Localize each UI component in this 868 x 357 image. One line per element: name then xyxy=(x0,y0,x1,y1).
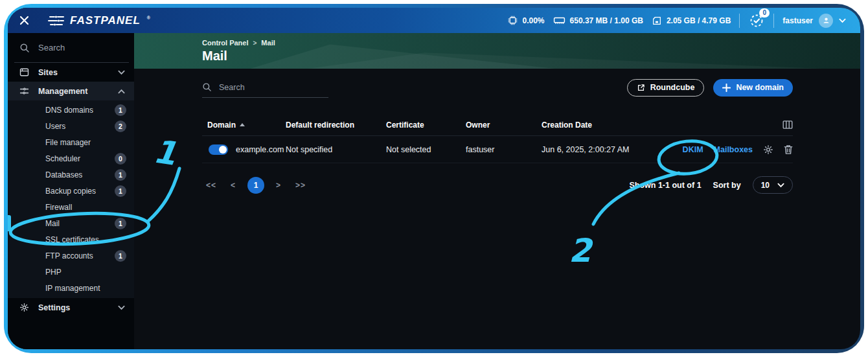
pagination-prev-button[interactable]: < xyxy=(224,181,242,190)
sidebar-item-databases[interactable]: Databases 1 xyxy=(8,167,134,183)
sidebar-item-label: DNS domains xyxy=(45,106,93,115)
domain-cell[interactable]: example.com xyxy=(236,145,284,154)
count-badge: 1 xyxy=(115,250,126,262)
sidebar-item-label: Management xyxy=(38,87,87,96)
sidebar-item-ip-management[interactable]: IP management xyxy=(8,280,134,296)
gear-icon xyxy=(19,303,29,312)
table-search[interactable] xyxy=(202,77,328,98)
sidebar-item-backup-copies[interactable]: Backup copies 1 xyxy=(8,183,134,199)
sidebar-item-management[interactable]: Management xyxy=(8,82,134,100)
page-header: Control Panel > Mail Mail xyxy=(134,33,860,69)
sidebar-item-ftp-accounts[interactable]: FTP accounts 1 xyxy=(8,248,134,264)
count-badge: 0 xyxy=(115,153,126,165)
table-row: example.com Not specified Not selected f… xyxy=(202,136,793,163)
pagination-current-page[interactable]: 1 xyxy=(247,177,264,194)
sidebar-search-input[interactable] xyxy=(38,43,109,52)
breadcrumb-separator: > xyxy=(253,40,257,47)
sidebar-item-firewall[interactable]: Firewall xyxy=(8,199,134,215)
brand-sliders-icon xyxy=(48,15,65,27)
chevron-down-icon xyxy=(839,18,846,23)
creation-date-cell: Jun 6, 2025, 2:00:27 AM xyxy=(542,145,683,154)
roundcube-button[interactable]: Roundcube xyxy=(627,79,705,97)
user-menu[interactable]: fastuser xyxy=(782,14,846,28)
count-badge: 1 xyxy=(115,218,126,229)
cpu-icon xyxy=(507,15,518,26)
breadcrumb-control-panel[interactable]: Control Panel xyxy=(202,39,249,47)
sidebar-search[interactable] xyxy=(14,33,129,63)
sidebar-item-users[interactable]: Users 2 xyxy=(8,118,134,134)
domain-enabled-toggle[interactable] xyxy=(209,144,228,155)
sidebar-filler xyxy=(8,317,134,349)
dkim-link[interactable]: DKIM xyxy=(683,145,703,154)
screenshot-canvas: FASTPANEL® 0.00% 650.37 MB / 1.00 GB 2.0… xyxy=(0,0,868,357)
disk-icon xyxy=(652,16,662,26)
sidebar-item-label: File manager xyxy=(45,138,91,147)
column-header-domain[interactable]: Domain xyxy=(202,121,286,130)
sidebar-item-mail[interactable]: Mail 1 xyxy=(8,215,134,231)
sidebar-item-settings[interactable]: Settings xyxy=(8,298,134,317)
chevron-up-icon xyxy=(118,89,125,94)
table-columns-icon xyxy=(782,120,793,130)
mailboxes-link[interactable]: Mailboxes xyxy=(714,145,753,154)
count-badge: 1 xyxy=(115,104,126,116)
notifications-button[interactable]: 0 xyxy=(748,12,765,29)
page-size-select[interactable]: 10 xyxy=(753,176,793,194)
breadcrumb: Control Panel > Mail xyxy=(202,39,860,47)
sidebar-item-php[interactable]: PHP xyxy=(8,264,134,280)
sidebar-item-label: Backup copies xyxy=(45,187,96,196)
sidebar-item-ssl-certificates[interactable]: SSL certificates xyxy=(8,231,134,248)
row-delete-button[interactable] xyxy=(784,144,793,155)
sites-icon xyxy=(19,67,29,77)
pagination: << < 1 > >> Shown 1-1 out of 1 Sort by 1… xyxy=(202,176,793,194)
user-icon xyxy=(822,16,830,25)
sidebar-item-sites[interactable]: Sites xyxy=(8,63,134,82)
pagination-last-button[interactable]: >> xyxy=(291,181,310,190)
topbar: FASTPANEL® 0.00% 650.37 MB / 1.00 GB 2.0… xyxy=(8,8,860,33)
page-size-value: 10 xyxy=(761,181,770,190)
pagination-first-button[interactable]: << xyxy=(202,181,220,190)
sidebar-item-scheduler[interactable]: Scheduler 0 xyxy=(8,150,134,167)
sidebar-item-label: Mail xyxy=(45,219,60,228)
search-icon xyxy=(19,43,30,53)
new-domain-button[interactable]: New domain xyxy=(713,79,793,97)
default-redirection-cell: Not specified xyxy=(286,145,386,154)
shown-count: Shown 1-1 out of 1 xyxy=(629,181,701,190)
close-button[interactable] xyxy=(16,12,32,29)
gear-icon xyxy=(763,144,773,155)
management-sliders-icon xyxy=(19,86,29,96)
ram-icon xyxy=(553,16,565,25)
sidebar-item-dns-domains[interactable]: DNS domains 1 xyxy=(8,102,134,118)
column-header-default-redirection[interactable]: Default redirection xyxy=(286,121,386,130)
search-icon xyxy=(202,82,212,92)
memory-stat: 650.37 MB / 1.00 GB xyxy=(553,16,643,25)
disk-usage-value: 2.05 GB / 4.79 GB xyxy=(667,16,731,25)
topbar-divider xyxy=(739,14,740,28)
sort-asc-icon xyxy=(240,123,245,126)
close-icon xyxy=(19,16,29,25)
sidebar-item-label: Users xyxy=(45,122,65,131)
table-search-input[interactable] xyxy=(219,83,316,92)
sidebar-item-label: Settings xyxy=(38,303,70,312)
certificate-cell: Not selected xyxy=(386,145,466,154)
notifications-count-badge: 0 xyxy=(759,8,770,17)
main-content: Control Panel > Mail Mail xyxy=(134,33,860,349)
chevron-down-icon xyxy=(118,305,125,310)
cpu-usage-value: 0.00% xyxy=(523,16,545,25)
sidebar-item-file-manager[interactable]: File manager xyxy=(8,134,134,150)
columns-settings-button[interactable] xyxy=(782,120,793,130)
external-link-icon xyxy=(637,84,645,92)
sidebar-item-label: PHP xyxy=(45,268,62,277)
column-header-creation-date[interactable]: Creation Date xyxy=(542,121,782,130)
sidebar-item-label: Scheduler xyxy=(45,154,80,163)
sidebar-item-label: SSL certificates xyxy=(45,235,99,244)
table-header: Domain Default redirection Certificate O… xyxy=(202,114,793,136)
column-header-owner[interactable]: Owner xyxy=(466,121,542,130)
row-settings-button[interactable] xyxy=(763,144,773,155)
count-badge: 1 xyxy=(115,169,126,181)
sidebar-item-label: IP management xyxy=(45,284,100,293)
pagination-next-button[interactable]: > xyxy=(269,181,288,190)
column-header-certificate[interactable]: Certificate xyxy=(386,121,466,130)
topbar-divider xyxy=(773,14,774,28)
count-badge: 1 xyxy=(115,185,126,197)
memory-usage-value: 650.37 MB / 1.00 GB xyxy=(570,16,643,25)
